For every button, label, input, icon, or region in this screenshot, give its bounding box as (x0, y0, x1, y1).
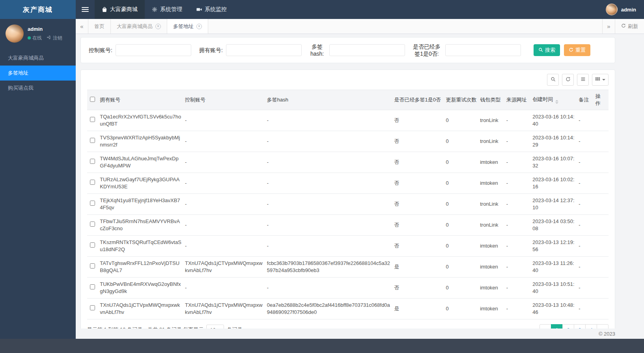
top-bar-user-area[interactable]: admin (606, 0, 644, 19)
monitor-icon (196, 7, 202, 12)
owner-account-input[interactable] (226, 44, 302, 56)
top-nav-item-system-management[interactable]: 系统管理 (145, 0, 189, 19)
control-account-input[interactable] (116, 44, 191, 56)
row-checkbox[interactable] (90, 117, 95, 122)
is-signed-label: 是否已经多签1是0否: (411, 43, 442, 57)
cell-multisig-hash: - (267, 110, 394, 131)
cell-wallet-type: imtoken (480, 278, 506, 299)
sort-icon (555, 100, 558, 104)
cell-owner-account: TW4MdSJtuLAGhueJmqTwPexDpGF4dyuMPW (100, 152, 185, 173)
cell-multisig-hash: - (267, 131, 394, 152)
cell-created-time: 2023-03-16 10:14:29 (532, 131, 579, 152)
tab-label: 首页 (94, 23, 105, 30)
tabs-scroll-left-button[interactable]: « (76, 19, 88, 34)
is-signed-input[interactable] (445, 44, 521, 56)
toolbar-toggle-view-button[interactable] (577, 74, 589, 86)
bottom-bar (0, 339, 644, 353)
cell-created-time: 2023-03-16 10:02:16 (532, 173, 579, 194)
tab-refresh-button[interactable]: 刷新 (615, 19, 644, 34)
page-button[interactable]: 3 (574, 324, 586, 329)
sidebar-item-multisig-address[interactable]: 多签地址 (0, 66, 76, 81)
search-button[interactable]: 搜索 (534, 44, 560, 56)
cell-is-signed: 是 (394, 299, 446, 319)
tab-multisig-address[interactable]: 多签地址 × (167, 19, 208, 34)
row-checkbox[interactable] (90, 201, 95, 206)
app-logo[interactable]: 灰产商城 (0, 0, 76, 19)
top-nav-item-shop[interactable]: 大富豪商城 (95, 0, 145, 19)
row-checkbox[interactable] (90, 284, 95, 289)
column-retry-count: 更新重试次数 (446, 90, 480, 110)
table-row: TEjkXqN1yu8TEyjnjf18YeH3avXB74F5qv - - 否… (87, 194, 609, 215)
close-icon[interactable]: × (196, 24, 202, 29)
column-created-time[interactable]: 创建时间 (532, 90, 579, 110)
row-checkbox[interactable] (90, 305, 95, 310)
cell-control-account: TXnU7AQds1jCTVpxMWQmxpxwkvnAbLf7hv (185, 257, 267, 278)
row-checkbox[interactable] (90, 180, 95, 185)
chevrons-left-icon: « (80, 23, 83, 30)
select-all-checkbox[interactable] (90, 97, 95, 102)
cell-control-account: - (185, 194, 267, 215)
cell-actions (595, 278, 609, 299)
cell-source-url: - (506, 173, 533, 194)
cell-owner-account: TUKbPwVBnE4mRXVwqG2oyBNfxgN3gyGd9k (100, 278, 185, 299)
column-is-signed: 是否已经多签1是0否 (394, 90, 446, 110)
toolbar-columns-button[interactable] (592, 74, 609, 86)
user-name: admin (621, 7, 636, 13)
cell-is-signed: 否 (394, 278, 446, 299)
multisig-address-table: 拥有账号 控制账号 多签hash 是否已经多签1是0否 更新重试次数 钱包类型 … (87, 90, 609, 319)
cell-owner-account: TEjkXqN1yu8TEyjnjf18YeH3avXB74F5qv (100, 194, 185, 215)
app-window: 灰产商城 大富豪商城 系统管理 系统监控 (0, 0, 644, 353)
cell-created-time: 2023-03-13 12:19:56 (532, 236, 579, 257)
tabs-scroll-right-button[interactable]: » (602, 19, 615, 34)
reset-button[interactable]: 重置 (564, 44, 590, 56)
page-button[interactable]: 1 (551, 324, 563, 329)
cell-retry-count: 0 (446, 299, 480, 319)
cell-remark: - (579, 299, 595, 319)
cell-retry-count: 0 (446, 110, 480, 131)
cell-multisig-hash: - (267, 236, 394, 257)
top-nav-item-system-monitor[interactable]: 系统监控 (189, 0, 234, 19)
cell-multisig-hash: fcbc363b7903b1786580367ef3937fe226688104… (267, 257, 394, 278)
page-button[interactable]: 2 (562, 324, 574, 329)
toolbar-search-button[interactable] (547, 74, 559, 86)
tab-home[interactable]: 首页 (88, 19, 111, 34)
list-icon (581, 77, 586, 83)
cell-wallet-type: imtoken (480, 236, 506, 257)
main-area: « 首页 大富豪商城商品 × 多签地址 × » (76, 19, 644, 339)
logout-link[interactable]: 注销 (47, 35, 62, 41)
sidebar-item-buy-click-me[interactable]: 购买请点我 (0, 81, 76, 96)
page-button[interactable]: 4 (585, 324, 597, 329)
cell-source-url: - (506, 152, 533, 173)
row-checkbox[interactable] (90, 159, 95, 164)
multisig-hash-input[interactable] (329, 44, 405, 56)
page-button[interactable]: ‹ (539, 324, 551, 329)
table-row: TW4MdSJtuLAGhueJmqTwPexDpGF4dyuMPW - - 否… (87, 152, 609, 173)
cell-multisig-hash: - (267, 278, 394, 299)
toolbar-refresh-button[interactable] (562, 74, 574, 86)
cell-remark: - (579, 257, 595, 278)
sidebar-profile: admin 在线 注销 (0, 19, 76, 47)
cell-control-account: - (185, 110, 267, 131)
cell-retry-count: 0 (446, 152, 480, 173)
cell-is-signed: 否 (394, 194, 446, 215)
close-icon[interactable]: × (155, 24, 161, 29)
cell-actions (595, 257, 609, 278)
tab-shop-products[interactable]: 大富豪商城商品 × (111, 19, 167, 34)
column-multisig-hash: 多签hash (267, 90, 394, 110)
cell-control-account: TXnU7AQds1jCTVpxMWQmxpxwkvnAbLf7hv (185, 299, 267, 319)
sidebar-menu: 大富豪商城商品 多签地址 购买请点我 (0, 51, 76, 96)
cell-remark: - (579, 131, 595, 152)
page-button[interactable]: › (597, 324, 609, 329)
table-row: TQa1ecRrX2xYvfGTLSVv6k5cu7hounQfBT - - 否… (87, 110, 609, 131)
table-toolbar (87, 74, 609, 86)
cell-is-signed: 否 (394, 215, 446, 236)
row-checkbox[interactable] (90, 138, 95, 143)
cell-actions (595, 299, 609, 319)
sidebar-item-shop-products[interactable]: 大富豪商城商品 (0, 51, 76, 66)
row-checkbox[interactable] (90, 222, 95, 227)
sidebar-toggle-button[interactable] (76, 0, 95, 19)
row-checkbox[interactable] (90, 263, 95, 269)
page-size-select[interactable]: 10 (206, 325, 224, 329)
tab-refresh-label: 刷新 (628, 23, 638, 30)
row-checkbox[interactable] (90, 242, 95, 248)
